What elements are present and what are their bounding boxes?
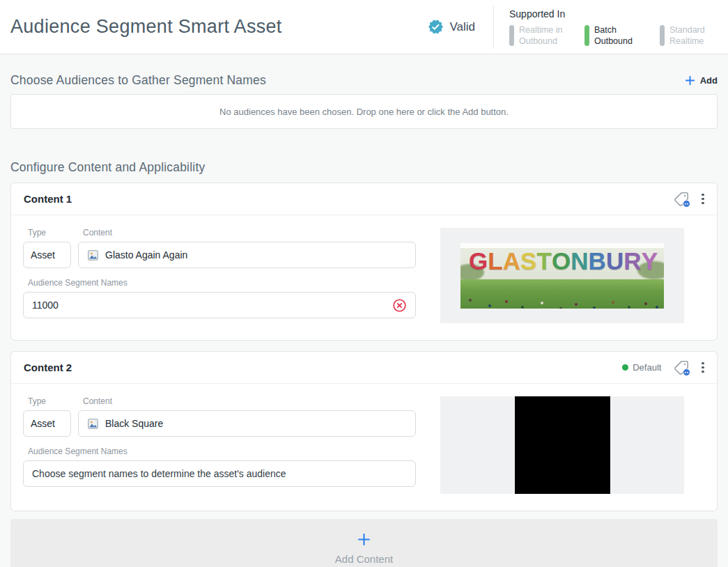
black-square-image <box>515 396 610 494</box>
asset-preview-glastonbury: GLASTONBURY <box>440 228 684 323</box>
segment-names-label: Audience Segment Names <box>28 446 416 456</box>
add-content-label: Add Content <box>335 553 393 565</box>
header-divider <box>493 6 494 49</box>
plus-icon <box>684 75 696 86</box>
add-audience-button[interactable]: Add <box>684 73 718 88</box>
type-field[interactable]: Asset <box>23 410 71 437</box>
page-header: Audience Segment Smart Asset Valid Suppo… <box>0 0 728 54</box>
glastonbury-photo: GLASTONBURY <box>460 243 664 309</box>
content-section-heading: Configure Content and Applicability <box>10 160 718 175</box>
segment-names-field[interactable]: 11000 <box>23 292 416 318</box>
content-card-1: Content 1 <box>10 182 718 341</box>
type-label: Type <box>28 228 71 238</box>
applicability-tag-button[interactable] <box>674 360 689 375</box>
image-icon <box>87 418 99 430</box>
page-title: Audience Segment Smart Asset <box>10 16 282 38</box>
tag-badge-icon <box>683 368 690 376</box>
add-content-button[interactable]: Add Content <box>10 519 718 567</box>
supported-item-standard-realtime: Standard Realtime <box>660 24 722 47</box>
supported-in-label: Supported In <box>509 8 722 20</box>
status-badge-label: Valid <box>449 20 475 34</box>
content-field[interactable]: Glasto Again Again <box>78 242 416 268</box>
content-label: Content <box>83 228 416 238</box>
segment-names-label: Audience Segment Names <box>28 278 416 288</box>
supported-item-batch-outbound: Batch Outbound <box>584 24 647 47</box>
content-card-2: Content 2 Default <box>10 351 718 511</box>
card-menu-button[interactable] <box>702 194 704 205</box>
image-icon <box>87 249 99 261</box>
add-audience-label: Add <box>700 75 718 86</box>
tag-badge-icon <box>683 200 690 208</box>
supported-in-group: Supported In Realtime in Outbound Batch … <box>509 7 722 47</box>
applicability-tag-button[interactable] <box>674 192 689 207</box>
content-label: Content <box>83 396 416 406</box>
audiences-empty-message: No audiences have been chosen. Drop one … <box>219 107 509 117</box>
supported-item-realtime-in-outbound: Realtime in Outbound <box>509 24 572 47</box>
type-field[interactable]: Asset <box>23 242 71 268</box>
audiences-dropzone[interactable]: No audiences have been chosen. Drop one … <box>10 94 718 129</box>
status-badge: Valid <box>428 19 475 35</box>
segment-names-field[interactable]: Choose segment names to determine the as… <box>23 460 416 487</box>
verified-seal-icon <box>428 19 444 35</box>
type-label: Type <box>28 396 71 406</box>
content-field[interactable]: Black Square <box>78 410 416 437</box>
header-status-area: Valid Supported In Realtime in Outbound … <box>428 0 722 54</box>
asset-preview-black-square <box>440 396 684 494</box>
active-pill-indicator <box>584 25 589 46</box>
content-1-title: Content 1 <box>24 193 72 205</box>
plus-icon <box>357 532 371 547</box>
card-menu-button[interactable] <box>702 362 704 373</box>
inactive-pill-indicator <box>509 25 514 46</box>
main-content: Choose Audiences to Gather Segment Names… <box>0 73 728 567</box>
grass <box>460 279 664 309</box>
audiences-section-heading: Choose Audiences to Gather Segment Names <box>10 73 266 88</box>
error-icon[interactable] <box>392 298 407 313</box>
crowd-dots <box>469 299 472 302</box>
default-dot-icon <box>622 364 628 371</box>
inactive-pill-indicator <box>660 25 665 46</box>
content-2-title: Content 2 <box>24 362 72 373</box>
glastonbury-letters: GLASTONBURY <box>469 249 658 273</box>
default-badge: Default <box>622 362 661 373</box>
